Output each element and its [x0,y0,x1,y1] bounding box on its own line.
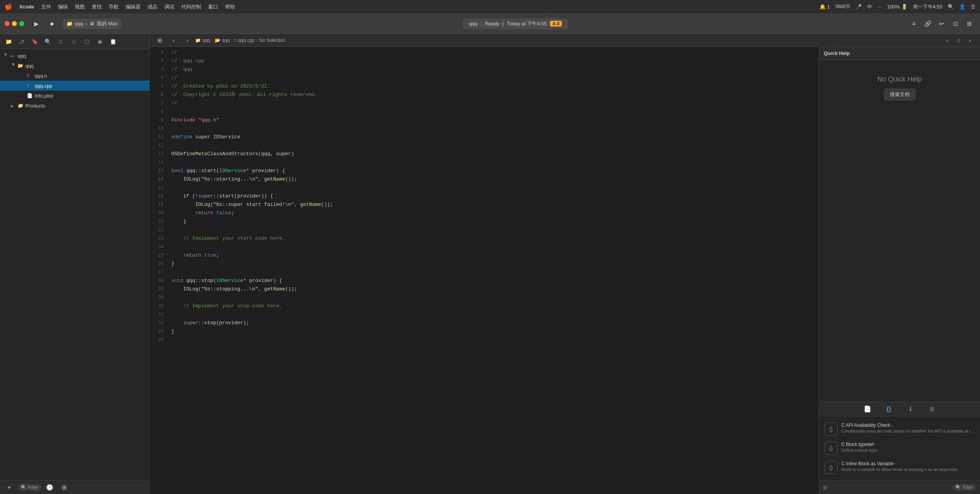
project-scheme-selector[interactable]: 📁 qqq › 🖥 我的 Mac [63,19,121,29]
insp-tab-layout[interactable]: ⊞ [926,403,938,415]
code-editor[interactable]: 1//2// qqq.cpp3// qqq4//5// Created by p… [150,47,819,494]
breadcrumb-selection[interactable]: No Selection [259,38,285,43]
snippet-item-2[interactable]: {}C Inline Block as Variable -block to a… [819,458,980,477]
input-method[interactable]: 中 [867,3,872,10]
mic-icon[interactable]: 🎤 [856,4,862,10]
line-content-8[interactable] [168,108,819,116]
notification-badge[interactable]: 🔔 1 [819,4,830,10]
user-avatar[interactable]: 👤 [959,4,965,10]
nav-bookmark-icon[interactable]: 🔖 [29,36,40,47]
recent-files-button[interactable]: 🕐 [44,481,56,494]
line-content-15[interactable]: bool qqq::start(IOService* provider) { [168,167,819,175]
layout-list-btn[interactable]: ≡ [908,18,920,30]
tree-item-qqq-folder[interactable]: ▶ 📂 qqq [0,61,149,71]
menu-source-control[interactable]: 代码控制 [181,3,201,10]
line-content-17[interactable] [168,184,819,192]
menu-edit[interactable]: 编辑 [58,3,68,10]
line-content-32[interactable] [168,310,819,319]
breadcrumb-qqq-project[interactable]: 📁 qqq [195,38,210,43]
next-issue-button[interactable]: › [964,34,976,46]
line-content-5[interactable]: // Created by phbz on 2023/5/22. [168,82,819,91]
line-content-30[interactable] [168,293,819,302]
line-content-1[interactable]: // [168,48,819,57]
snippet-grid-icon[interactable]: ⊞ [823,484,827,490]
line-content-13[interactable]: OSDefineMetaClassAndStructors(qqq, super… [168,150,819,158]
prev-button[interactable]: ‹ [167,34,180,46]
filter-pill[interactable]: 🔍 Filter [18,484,41,491]
line-content-7[interactable]: // [168,99,819,108]
return-btn[interactable]: ↩ [935,18,948,30]
menu-view[interactable]: 视图 [75,3,85,10]
nav-vcs-icon[interactable]: ⎇ [16,36,27,47]
snippet-filter[interactable]: 🔍 Filter [952,484,976,491]
run-button[interactable]: ▶ [30,18,43,30]
menu-window[interactable]: 窗口 [208,3,218,10]
code-area[interactable]: 1//2// qqq.cpp3// qqq4//5// Created by p… [150,47,819,494]
line-content-19[interactable]: IOLog("%s::super start failed!\n", getNa… [168,201,819,209]
breadcrumb-qqq-folder[interactable]: 📂 qqq [215,38,230,43]
nav-find-icon[interactable]: 🔍 [42,36,53,47]
warning-badge[interactable]: ⚠ 2 [550,21,562,27]
line-content-21[interactable]: } [168,217,819,226]
line-content-24[interactable] [168,243,819,251]
line-content-12[interactable] [168,141,819,150]
menu-xcode[interactable]: Xcode [19,4,34,10]
add-navigator-button[interactable]: ⊞ [58,481,71,494]
grid-view-button[interactable]: ⊞ [154,34,166,46]
line-content-23[interactable]: // Implement your start code here. [168,234,819,243]
line-content-26[interactable]: } [168,260,819,268]
line-content-2[interactable]: // qqq.cpp [168,57,819,65]
control-center-icon[interactable]: ☰ [971,4,975,10]
close-button[interactable] [5,21,10,26]
apple-menu[interactable]: 🍎 [5,3,12,10]
menu-help[interactable]: 帮助 [225,3,235,10]
line-content-3[interactable]: // qqq [168,65,819,74]
tree-item-products[interactable]: ▶ 📁 Products [0,101,149,111]
line-content-22[interactable] [168,226,819,234]
snippet-item-1[interactable]: {}C Block typedef -Define a block type. [819,439,980,458]
maximize-button[interactable] [19,21,24,26]
line-content-18[interactable]: if (!super::start(provider)) { [168,192,819,201]
line-content-33[interactable]: super::stop(provider); [168,319,819,327]
insp-tab-style[interactable]: {} [883,403,895,415]
line-content-29[interactable]: IOLog("%s::stopping...\n", getName()); [168,285,819,293]
nav-breakpoint-icon[interactable]: ◉ [94,36,105,47]
menu-editor[interactable]: 编辑器 [126,3,141,10]
nav-folder-icon[interactable]: 📁 [3,36,14,47]
line-content-25[interactable]: return true; [168,251,819,260]
tree-item-info-plist[interactable]: ▶ 📄 Info.plist [0,91,149,101]
line-content-34[interactable]: } [168,327,819,336]
bookmark-btn[interactable]: 🔗 [922,18,934,30]
nav-issue-icon[interactable]: ⚠ [55,36,66,47]
insp-tab-file[interactable]: 📄 [861,403,874,415]
hide-panel-btn[interactable]: ⊞ [963,18,975,30]
stop-button[interactable]: ■ [46,18,58,30]
line-content-28[interactable]: void qqq::stop(IOService* provider) { [168,277,819,285]
line-content-27[interactable] [168,268,819,277]
line-content-16[interactable]: IOLog("%s::starting...\n", getName()); [168,175,819,184]
menu-file[interactable]: 文件 [41,3,51,10]
line-content-6[interactable]: // Copyright © 2023年 phbz. All rights re… [168,91,819,99]
menu-debug[interactable]: 调试 [164,3,174,10]
line-content-11[interactable]: #define super IOService [168,133,819,141]
split-editor-btn[interactable]: ⊡ [949,18,962,30]
search-icon[interactable]: 🔍 [948,4,954,10]
snippet-item-0[interactable]: {}C API Availability Check -Conditionall… [819,419,980,439]
menu-find[interactable]: 查找 [92,3,102,10]
line-content-10[interactable] [168,124,819,133]
nav-debug-icon[interactable]: ⬡ [81,36,92,47]
next-button[interactable]: › [181,34,194,46]
tree-item-qqq-h[interactable]: ▶ h qqq.h [0,71,149,81]
line-content-31[interactable]: // Implement your stop code here. [168,302,819,310]
insp-tab-info[interactable]: ℹ [904,403,917,415]
line-content-9[interactable]: #include "qqq.h" [168,116,819,124]
line-content-4[interactable]: // [168,74,819,82]
prev-issue-button[interactable]: ‹ [941,34,954,46]
nav-report-icon[interactable]: 📋 [108,36,118,47]
tree-item-qqq-cpp[interactable]: ▶ c qqq.cpp [0,81,149,91]
line-content-20[interactable]: return false; [168,209,819,217]
line-content-35[interactable] [168,336,819,344]
nav-test-icon[interactable]: ◇ [68,36,79,47]
search-doc-button[interactable]: 搜索文档 [884,89,915,100]
tree-item-qqq-project[interactable]: ▶ 🗂 qqq [0,51,149,61]
